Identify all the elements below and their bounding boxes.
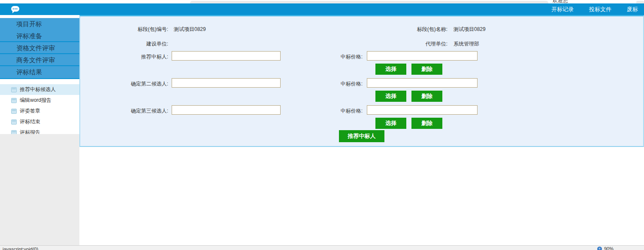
construction-unit-label: 建设单位: xyxy=(80,40,168,48)
sidebar-item-edit-word-report[interactable]: 编辑word报告 xyxy=(0,95,79,106)
top-bar: ••• 开标记录 投标文件 废标 xyxy=(0,3,644,15)
delete-button[interactable]: 删除 xyxy=(411,64,442,75)
clipboard-icon xyxy=(11,119,17,125)
winning-price-input[interactable] xyxy=(367,78,478,88)
winning-price-label: 中标价格: xyxy=(285,80,363,88)
sidebar-item-recommend-candidates[interactable]: 推荐中标候选人 xyxy=(0,84,79,95)
second-candidate-input[interactable] xyxy=(172,78,281,88)
agency-unit-value: 系统管理部 xyxy=(454,40,479,48)
winning-price-label: 中标价格: xyxy=(285,107,363,115)
clipboard-icon xyxy=(11,87,17,92)
winning-price-input[interactable] xyxy=(367,51,478,61)
sidebar-item-label: 编辑word报告 xyxy=(20,97,51,104)
select-button[interactable]: 选择 xyxy=(375,64,406,75)
sidebar-sections: 项目开标 评标准备 资格文件评审 商务文件评审 评标结果 xyxy=(0,18,79,79)
clipboard-icon xyxy=(11,109,17,114)
third-candidate-input[interactable] xyxy=(172,105,281,115)
sidebar-item-label: 推荐中标候选人 xyxy=(20,86,56,93)
delete-button[interactable]: 删除 xyxy=(411,91,442,102)
sidebar-section-evaluation-prep[interactable]: 评标准备 xyxy=(0,30,79,42)
sidebar-section-qualification-review[interactable]: 资格文件评审 xyxy=(0,42,79,54)
chat-bubble-icon[interactable]: ••• xyxy=(11,6,19,12)
link-bid-opening-record[interactable]: 开标记录 xyxy=(551,6,574,13)
section-number-label: 标段(包)编号: xyxy=(80,26,168,33)
winning-price-label: 中标价格: xyxy=(285,53,363,61)
select-button[interactable]: 选择 xyxy=(375,118,406,129)
sidebar: 项目开标 评标准备 资格文件评审 商务文件评审 评标结果 推荐中标候选人 编辑w… xyxy=(0,15,79,245)
welcome-text-partial: 欢迎您 xyxy=(553,0,568,3)
link-rejected-bid[interactable]: 废标 xyxy=(627,6,638,13)
status-url-text: javascript:void(0) xyxy=(3,247,38,250)
clipboard-icon xyxy=(11,98,17,103)
sidebar-submenu: 推荐中标候选人 编辑word报告 评委签章 评标结束 评标报告 xyxy=(0,82,79,138)
sidebar-section-business-review[interactable]: 商务文件评审 xyxy=(0,54,79,66)
zoom-icon[interactable]: + xyxy=(597,247,602,250)
recommended-bidder-input[interactable] xyxy=(172,51,281,61)
zoom-level: 90% xyxy=(604,246,614,250)
sidebar-section-project-opening[interactable]: 项目开标 xyxy=(0,18,79,30)
status-bar: javascript:void(0) + 90% xyxy=(0,245,644,250)
recommend-winner-button[interactable]: 推荐中标人 xyxy=(339,130,384,142)
zoom-control[interactable]: + 90% xyxy=(597,246,614,250)
link-bid-documents[interactable]: 投标文件 xyxy=(589,6,611,13)
sidebar-item-evaluation-end[interactable]: 评标结束 xyxy=(0,116,79,127)
delete-button[interactable]: 删除 xyxy=(411,118,442,129)
section-name-label: 标段(包)名称: xyxy=(362,26,447,33)
recommended-bidder-label: 推荐中标人: xyxy=(80,53,168,61)
section-number-value: 测试项目0829 xyxy=(174,26,206,33)
agency-unit-label: 代理单位: xyxy=(362,40,447,48)
sidebar-section-evaluation-result[interactable]: 评标结果 xyxy=(0,66,79,78)
topbar-links: 开标记录 投标文件 废标 xyxy=(551,3,638,15)
app-root: 欢迎您 ••• 开标记录 投标文件 废标 项目开标 评标准备 资格文件评审 商务… xyxy=(0,0,644,250)
winning-price-input[interactable] xyxy=(367,105,478,115)
sidebar-filler xyxy=(0,134,79,245)
sidebar-item-judge-signature[interactable]: 评委签章 xyxy=(0,106,79,116)
third-candidate-label: 确定第三候选人: xyxy=(80,107,168,115)
section-name-value: 测试项目0829 xyxy=(454,26,486,33)
chat-bubble-dots: ••• xyxy=(12,7,18,11)
browser-chrome-strip: 欢迎您 xyxy=(0,0,644,3)
sidebar-item-label: 评标结束 xyxy=(20,118,40,125)
select-button[interactable]: 选择 xyxy=(375,91,406,102)
second-candidate-label: 确定第二候选人: xyxy=(80,80,168,88)
sidebar-item-label: 评委签章 xyxy=(20,107,40,115)
main-panel: 标段(包)编号: 测试项目0829 标段(包)名称: 测试项目0829 建设单位… xyxy=(79,15,644,147)
